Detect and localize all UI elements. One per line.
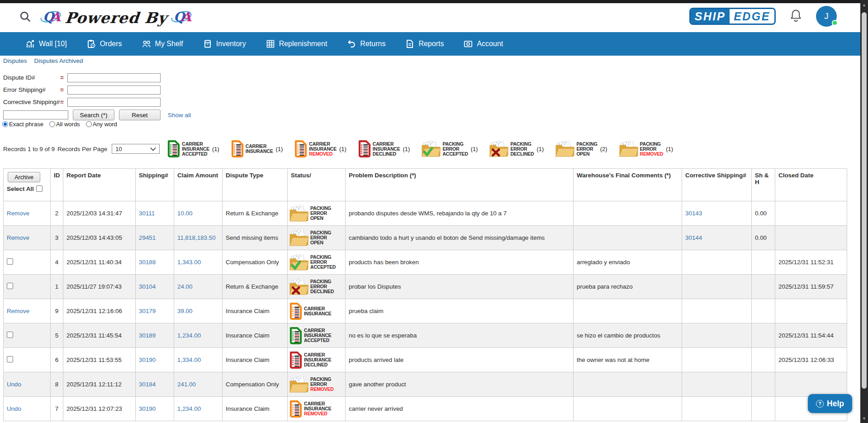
row-checkbox[interactable] — [7, 283, 13, 289]
scrollbar-thumb[interactable] — [862, 12, 867, 389]
warehouse-comments-cell — [574, 226, 682, 250]
status-filter-carrier-declined[interactable]: CARRIERINSURANCEDECLINED(1) — [358, 140, 410, 157]
carrier-insurance-icon — [289, 303, 303, 320]
shipping-link[interactable]: 30190 — [139, 405, 156, 412]
corrective-shipping-input[interactable] — [67, 98, 161, 107]
row-checkbox[interactable] — [7, 258, 13, 265]
table-header-row: ArchiveSelect AllIDReport DateShipping#C… — [4, 169, 847, 201]
nav-item-reports[interactable]: Reports — [405, 39, 444, 48]
vertical-scrollbar[interactable]: ▲ ▼ — [860, 0, 868, 423]
nav-item-label: Replenishment — [279, 40, 327, 48]
corrective-shipping-link[interactable]: 30143 — [685, 210, 702, 217]
status-filter-widget: PACKINGERRORACCEPTED — [421, 141, 468, 157]
reset-button[interactable]: Reset — [119, 109, 161, 120]
notifications-bell-icon[interactable] — [789, 9, 802, 24]
closed-date-cell — [775, 201, 847, 226]
records-count-text: Records 1 to 9 of 9 — [3, 146, 57, 152]
records-per-page-label: Records Per Page — [57, 146, 107, 152]
shipping-cell: 30104 — [136, 275, 174, 299]
search-icon[interactable] — [19, 10, 31, 24]
radio-label: Exact phrase — [9, 121, 43, 128]
nav-item-label: Inventory — [216, 40, 246, 48]
records-bar: Records 1 to 9 of 9 Records Per Page 10 … — [3, 136, 673, 162]
status-filter-packing-declined[interactable]: PACKINGERRORDECLINED(1) — [489, 141, 544, 157]
shipping-link[interactable]: 30104 — [139, 283, 156, 290]
nav-item-orders[interactable]: Orders — [87, 39, 122, 48]
action-cell: Undo — [4, 397, 51, 421]
nav-item-my-shelf[interactable]: My Shelf — [142, 39, 183, 48]
dispute-type-cell: Compensation Only — [223, 372, 288, 397]
remove-link[interactable]: Remove — [7, 210, 29, 217]
user-avatar[interactable]: J — [816, 6, 837, 27]
closed-date-cell — [775, 226, 847, 250]
nav-item-inventory[interactable]: Inventory — [203, 39, 246, 48]
archive-button[interactable]: Archive — [8, 172, 40, 182]
help-button[interactable]: ? Help — [808, 394, 852, 413]
corrective-shipping-link[interactable]: 30144 — [685, 234, 702, 241]
warehouse-comments-cell: prueba para rechazo — [574, 275, 682, 299]
shipping-link[interactable]: 30111 — [139, 210, 155, 217]
nav-item-account[interactable]: Account — [464, 39, 503, 48]
undo-link[interactable]: Undo — [7, 381, 21, 388]
dispute-id-input[interactable] — [67, 73, 161, 82]
select-all: Select All — [7, 185, 47, 192]
breadcrumb-link-disputes-archived[interactable]: Disputes Archived — [34, 57, 83, 64]
nav-item-wall[interactable]: Wall [10] — [26, 39, 67, 48]
report-date-cell: 2025/12/31 11:53:55 — [63, 348, 136, 372]
shipping-link[interactable]: 30179 — [139, 308, 156, 314]
remove-link[interactable]: Remove — [7, 234, 29, 241]
nav-item-label: Wall [10] — [39, 40, 67, 48]
status-filter-packing-removed[interactable]: PACKINGERRORREMOVED(1) — [619, 141, 674, 157]
dispute-row: Undo82025/12/31 12:11:1230184241.00Compe… — [4, 372, 847, 397]
match-option-all-words[interactable]: All words — [49, 121, 80, 128]
packing-error-icon — [289, 230, 309, 246]
claim-amount-cell: 1,234.00 — [174, 397, 223, 421]
radio-button[interactable] — [49, 121, 55, 127]
status-filter-packing-open[interactable]: PACKINGERROROPEN(2) — [555, 141, 607, 157]
shipedge-logo-ship: SHIP — [691, 9, 730, 24]
shipping-link[interactable]: 30190 — [139, 356, 156, 363]
warehouse-comments-cell: arreglado y enviado — [574, 250, 682, 275]
shipping-link[interactable]: 30189 — [139, 332, 156, 339]
match-option-any-word[interactable]: Any word — [86, 121, 117, 128]
row-checkbox[interactable] — [7, 356, 13, 362]
col-header-warehouse-s-final-comments: Warehouse's Final Comments (*) — [574, 169, 682, 201]
keyword-input[interactable] — [3, 110, 68, 119]
status-label: CARRIERINSURANCEREMOVED — [304, 401, 332, 416]
scroll-down-arrow[interactable]: ▼ — [860, 417, 868, 421]
status-label: CARRIERINSURANCEDECLINED — [373, 142, 400, 157]
remove-link[interactable]: Remove — [7, 308, 29, 314]
action-cell — [4, 250, 51, 275]
status-filter-carrier-open[interactable]: CARRIERINSURANCE(1) — [231, 140, 283, 157]
shipping-link[interactable]: 29451 — [139, 234, 156, 241]
filter-row-corrective-shipping: Corrective Shipping#= — [3, 96, 161, 108]
shipping-link[interactable]: 30188 — [139, 259, 156, 266]
packing-error-icon — [489, 141, 509, 157]
id-cell: 9 — [51, 299, 63, 323]
nav-item-replenishment[interactable]: Replenishment — [266, 39, 327, 48]
nav-item-returns[interactable]: Returns — [347, 39, 385, 48]
breadcrumb-link-disputes[interactable]: Disputes — [3, 57, 27, 64]
sh-h-cell: 0.00 — [752, 226, 775, 250]
row-checkbox[interactable] — [7, 332, 13, 338]
shipping-link[interactable]: 30184 — [139, 381, 156, 388]
search-button[interactable]: Search (*) — [73, 109, 114, 120]
radio-button[interactable] — [86, 121, 92, 127]
match-option-exact-phrase[interactable]: Exact phrase — [2, 121, 43, 128]
error-shipping-input[interactable] — [67, 86, 161, 95]
claim-amount-cell: 11,818,183.50 — [174, 226, 223, 250]
status-filter-carrier-accepted[interactable]: CARRIERINSURANCEACCEPTED(1) — [167, 140, 219, 157]
replenishment-icon — [266, 39, 275, 48]
col-header-closed-date: Closed Date — [775, 169, 847, 201]
status-filter-packing-accepted[interactable]: PACKINGERRORACCEPTED(1) — [421, 141, 478, 157]
scroll-up-arrow[interactable]: ▲ — [860, 3, 868, 7]
undo-link[interactable]: Undo — [7, 405, 21, 412]
status-filter-carrier-removed[interactable]: CARRIERINSURANCEREMOVED(1) — [294, 140, 346, 157]
closed-date-cell: 2025/12/31 12:06:33 — [775, 348, 847, 372]
report-date-cell: 2025/12/31 12:16:06 — [63, 299, 136, 323]
show-all-link[interactable]: Show all — [168, 112, 191, 119]
report-date-cell: 2025/12/31 12:07:23 — [63, 397, 136, 421]
records-per-page-select[interactable]: 10 — [112, 144, 160, 154]
radio-button[interactable] — [2, 121, 8, 127]
select-all-checkbox[interactable] — [36, 185, 43, 192]
